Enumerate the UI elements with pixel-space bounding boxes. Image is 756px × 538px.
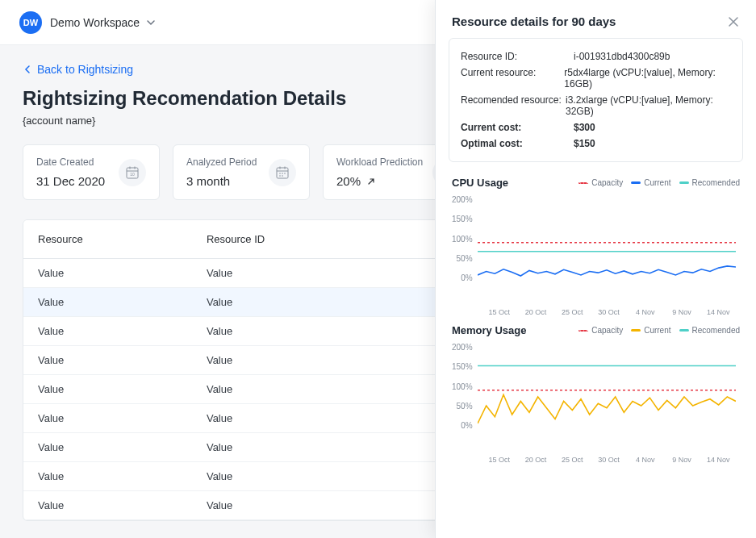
legend-recommended: Recomended <box>679 178 740 187</box>
chart-title: Memory Usage <box>452 324 526 336</box>
svg-point-9 <box>279 173 281 174</box>
table-cell: Value <box>23 288 192 317</box>
table-cell: Value <box>23 259 192 288</box>
detail-label: Resource ID: <box>461 51 574 62</box>
panel-header: Resource details for 90 days <box>436 0 756 38</box>
y-tick: 0% <box>461 273 472 282</box>
svg-point-12 <box>279 175 281 177</box>
svg-point-10 <box>282 173 283 174</box>
x-tick: 14 Nov <box>700 308 737 316</box>
workspace-name[interactable]: Demo Workspace <box>50 16 140 29</box>
x-tick: 25 Oct <box>554 456 591 464</box>
x-tick: 15 Oct <box>481 456 517 464</box>
table-cell: Value <box>192 259 391 288</box>
x-axis: 15 Oct20 Oct25 Oct30 Oct4 Nov9 Nov14 Nov <box>452 456 740 464</box>
col-resource[interactable]: Resource <box>23 220 192 259</box>
table-cell: Value <box>23 404 192 433</box>
x-tick: 4 Nov <box>627 456 663 464</box>
svg-point-11 <box>284 173 286 174</box>
legend-label: Current <box>644 178 670 187</box>
col-resource-id[interactable]: Resource ID <box>192 220 391 259</box>
panel-title: Resource details for 90 days <box>452 15 616 28</box>
detail-label: Recomended resource: <box>461 94 566 117</box>
legend-capacity: Capacity <box>578 326 623 335</box>
table-cell: Value <box>23 317 192 346</box>
detail-value: r5dx4large (vCPU:[value], Memory: 16GB) <box>564 67 731 90</box>
x-tick: 25 Oct <box>554 308 591 316</box>
detail-row-current-resource: Current resource: r5dx4large (vCPU:[valu… <box>461 65 731 92</box>
chart-title: CPU Usage <box>452 177 508 189</box>
card-label: Workload Prediction <box>336 156 423 168</box>
y-tick: 200% <box>452 195 473 204</box>
card-date-created: Date Created 31 Dec 2020 10 <box>23 144 160 200</box>
arrow-up-icon <box>367 177 375 186</box>
chart-legend: Capacity Current Recomended <box>578 326 740 335</box>
card-value: 31 Dec 2020 <box>36 174 105 188</box>
table-cell: Value <box>23 433 192 462</box>
y-tick: 100% <box>452 235 473 244</box>
calendar-icon <box>269 159 296 186</box>
svg-text:10: 10 <box>130 172 135 177</box>
table-cell: Value <box>192 288 391 317</box>
table-cell: Value <box>23 346 192 375</box>
legend-label: Capacity <box>591 178 623 187</box>
legend-label: Current <box>644 326 670 335</box>
chart-legend: Capacity Current Recomended <box>578 178 740 187</box>
x-tick: 4 Nov <box>627 308 663 316</box>
y-tick: 50% <box>457 254 473 263</box>
resource-details-panel: Resource details for 90 days Resource ID… <box>435 0 756 538</box>
detail-row-recommended-resource: Recomended resource: i3.2xlarge (vCPU:[v… <box>461 92 731 119</box>
detail-value: i-001931dbd4300c89b <box>574 51 670 62</box>
back-link[interactable]: Back to Rightsizing <box>23 63 133 76</box>
legend-capacity: Capacity <box>578 178 623 187</box>
table-cell: Value <box>192 404 391 433</box>
legend-current: Current <box>631 178 670 187</box>
x-tick: 14 Nov <box>700 456 737 464</box>
table-cell: Value <box>192 491 391 520</box>
table-cell: Value <box>192 433 391 462</box>
detail-label: Current resource: <box>461 67 564 90</box>
detail-label: Current cost: <box>461 122 574 133</box>
resource-details-box: Resource ID: i-001931dbd4300c89b Current… <box>449 38 743 162</box>
chart-plot-area <box>478 194 740 298</box>
card-label: Date Created <box>36 156 105 168</box>
y-axis: 200%150%100%50%0% <box>452 194 478 282</box>
table-cell: Value <box>192 462 391 491</box>
x-axis: 15 Oct20 Oct25 Oct30 Oct4 Nov9 Nov14 Nov <box>452 308 740 316</box>
cpu-usage-chart: CPU Usage Capacity Current Recomended 20… <box>436 170 756 318</box>
card-value-text: 20% <box>336 174 361 188</box>
detail-row-resource-id: Resource ID: i-001931dbd4300c89b <box>461 48 731 65</box>
table-cell: Value <box>192 346 391 375</box>
table-cell: Value <box>192 375 391 404</box>
memory-usage-chart: Memory Usage Capacity Current Recomended… <box>436 318 756 465</box>
legend-recommended: Recomended <box>679 326 740 335</box>
card-label: Analyzed Period <box>186 156 257 168</box>
svg-point-13 <box>282 175 283 177</box>
legend-label: Capacity <box>591 326 623 335</box>
col-label: Resource ID <box>207 233 265 245</box>
card-value: 20% <box>336 174 423 188</box>
x-tick: 9 Nov <box>663 456 700 464</box>
calendar-icon: 10 <box>119 159 146 186</box>
detail-value: $300 <box>574 122 595 133</box>
back-link-label: Back to Rightsizing <box>37 63 133 76</box>
close-icon[interactable] <box>727 15 740 28</box>
chart-plot-area <box>478 341 740 446</box>
chevron-down-icon[interactable] <box>146 18 156 27</box>
y-tick: 150% <box>452 215 473 223</box>
y-tick: 100% <box>452 382 473 391</box>
y-tick: 200% <box>452 343 473 352</box>
legend-label: Recomended <box>692 178 740 187</box>
detail-value: $150 <box>574 138 595 149</box>
col-label: Resource <box>38 233 83 245</box>
y-axis: 200%150%100%50%0% <box>452 341 478 430</box>
workspace-badge: DW <box>19 11 42 34</box>
chevron-left-icon <box>23 65 32 74</box>
x-tick: 15 Oct <box>481 308 517 316</box>
table-cell: Value <box>23 491 192 520</box>
x-tick: 30 Oct <box>591 456 627 464</box>
card-analyzed-period: Analyzed Period 3 month <box>173 144 310 200</box>
table-cell: Value <box>23 375 192 404</box>
detail-label: Optimal cost: <box>461 138 574 149</box>
x-tick: 20 Oct <box>517 308 553 316</box>
